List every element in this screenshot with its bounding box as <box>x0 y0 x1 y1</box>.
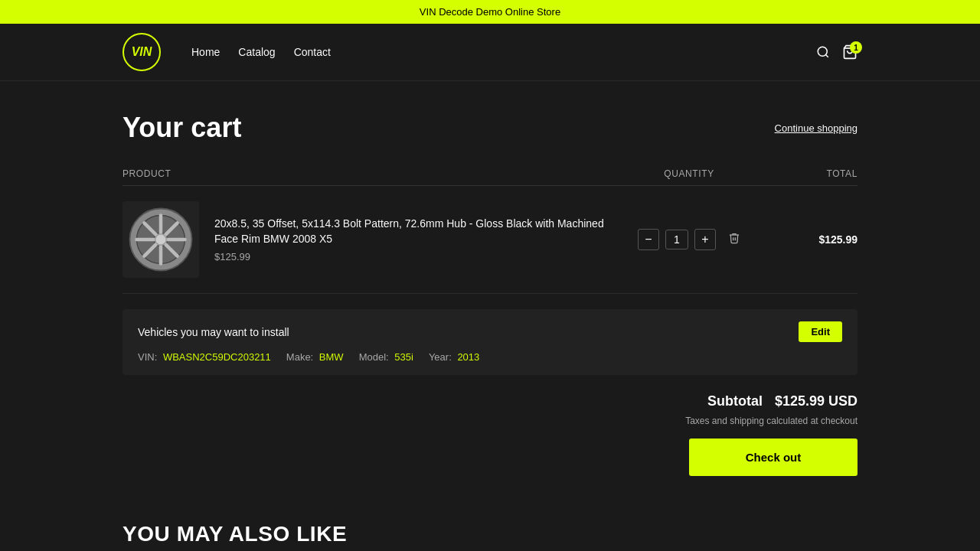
vehicle-section: Vehicles you may want to install Edit VI… <box>122 309 858 375</box>
banner-text: VIN Decode Demo Online Store <box>420 6 560 18</box>
quantity-increase-button[interactable]: + <box>694 229 716 250</box>
table-header: PRODUCT QUANTITY TOTAL <box>122 162 858 186</box>
vin-label: VIN: WBASN2C59DC203211 <box>138 351 271 363</box>
header-actions: 1 <box>816 44 858 60</box>
col-total: TOTAL <box>766 168 858 179</box>
trash-icon <box>728 232 740 244</box>
tax-note: Taxes and shipping calculated at checkou… <box>122 416 858 426</box>
vehicle-header: Vehicles you may want to install Edit <box>138 321 842 342</box>
nav-home[interactable]: Home <box>191 46 220 58</box>
vehicle-info: VIN: WBASN2C59DC203211 Make: BMW Model: … <box>138 351 842 363</box>
main-nav: Home Catalog Contact <box>191 46 816 58</box>
also-like-section: YOU MAY ALSO LIKE <box>122 522 858 551</box>
item-price: $125.99 <box>214 251 612 262</box>
continue-shopping-link[interactable]: Continue shopping <box>775 122 858 134</box>
logo[interactable]: VIN <box>122 33 161 71</box>
item-quantity-control: − 1 + <box>612 229 766 250</box>
make-value: BMW <box>319 351 344 363</box>
item-total: $125.99 <box>766 233 858 246</box>
quantity-decrease-button[interactable]: − <box>638 229 659 250</box>
svg-point-14 <box>155 234 166 245</box>
col-product: PRODUCT <box>122 168 612 179</box>
checkout-button[interactable]: Check out <box>689 439 858 476</box>
main-content: Your cart Continue shopping PRODUCT QUAN… <box>107 81 873 551</box>
col-quantity: QUANTITY <box>612 168 766 179</box>
item-details: 20x8.5, 35 Offset, 5x114.3 Bolt Pattern,… <box>214 217 612 262</box>
cart-button[interactable]: 1 <box>842 44 858 60</box>
subtotal-value: $125.99 USD <box>775 393 858 409</box>
year-value: 2013 <box>457 351 479 363</box>
search-icon <box>816 45 830 59</box>
quantity-value: 1 <box>665 230 688 249</box>
top-banner: VIN Decode Demo Online Store <box>0 0 980 24</box>
vin-value: WBASN2C59DC203211 <box>163 351 271 363</box>
cart-title: Your cart <box>122 112 241 144</box>
delete-item-button[interactable] <box>728 232 740 247</box>
cart-header-row: Your cart Continue shopping <box>122 112 858 144</box>
svg-line-1 <box>825 54 828 57</box>
nav-catalog[interactable]: Catalog <box>238 46 275 58</box>
make-label: Make: BMW <box>286 351 344 363</box>
vehicle-title: Vehicles you may want to install <box>138 326 289 338</box>
item-name: 20x8.5, 35 Offset, 5x114.3 Bolt Pattern,… <box>214 217 612 246</box>
nav-contact[interactable]: Contact <box>294 46 331 58</box>
item-image <box>122 201 199 278</box>
search-button[interactable] <box>816 45 830 59</box>
logo-icon: VIN <box>122 33 161 71</box>
subtotal-section: Subtotal $125.99 USD Taxes and shipping … <box>122 393 858 476</box>
model-label: Model: 535i <box>359 351 413 363</box>
wheel-image <box>126 205 195 274</box>
header: VIN Home Catalog Contact 1 <box>0 24 980 81</box>
edit-vehicle-button[interactable]: Edit <box>799 321 842 342</box>
cart-item: 20x8.5, 35 Offset, 5x114.3 Bolt Pattern,… <box>122 186 858 294</box>
svg-point-0 <box>818 47 827 56</box>
year-label: Year: 2013 <box>429 351 479 363</box>
subtotal-label: Subtotal <box>707 393 763 409</box>
subtotal-row: Subtotal $125.99 USD <box>122 393 858 409</box>
model-value: 535i <box>394 351 413 363</box>
also-like-title: YOU MAY ALSO LIKE <box>122 522 858 546</box>
cart-badge: 1 <box>850 41 862 54</box>
